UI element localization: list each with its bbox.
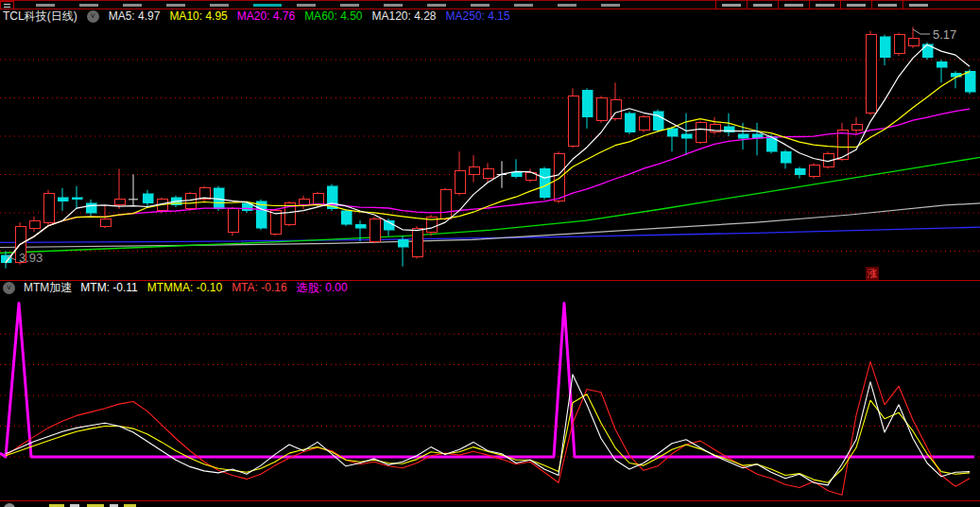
menu-item-cut[interactable]	[166, 4, 185, 7]
candle-up	[596, 98, 607, 121]
candle-up	[43, 194, 54, 222]
menu-item-cut[interactable]	[427, 4, 446, 7]
candle-down	[341, 211, 352, 224]
ma-label: MA60: 4.50	[304, 9, 362, 23]
menu-item-cut[interactable]	[340, 4, 359, 7]
candle-up	[866, 35, 876, 114]
candle-up	[710, 125, 720, 132]
high-pointer	[913, 29, 930, 34]
menu-cell[interactable]	[840, 1, 871, 9]
candle-down	[511, 172, 522, 176]
mtm-value-labels: MTM: -0.11MTMMA: -0.10MTA: -0.16选股: 0.00	[80, 281, 356, 295]
ma-label: MA20: 4.76	[237, 9, 295, 23]
menu-item-cut[interactable]	[79, 4, 98, 7]
candle-down	[625, 114, 635, 132]
chevron-down-icon[interactable]: ˅	[3, 282, 15, 294]
mtm-label: MTM: -0.11	[80, 281, 137, 294]
candle-down	[540, 168, 550, 197]
mtm-indicator-chart[interactable]	[0, 296, 980, 500]
candle-down	[398, 239, 408, 247]
candle-down	[795, 168, 805, 174]
menu-item-cut[interactable]	[253, 4, 282, 7]
mtm-line-mtm	[6, 375, 970, 485]
trading-app-window: TCL科技(日线) ˅ MA5: 4.97MA10: 4.95MA20: 4.7…	[0, 0, 980, 507]
high-price-label: 5.17	[933, 27, 956, 42]
candle-down	[355, 224, 366, 228]
menu-cell[interactable]	[778, 1, 809, 9]
menu-item-cut[interactable]	[601, 4, 620, 7]
mtm-panel-header: ˅ MTM加速 MTM: -0.11MTMMA: -0.10MTA: -0.16…	[0, 281, 980, 295]
ma-label: MA250: 4.15	[446, 9, 510, 23]
low-price-label: 3.93	[19, 251, 43, 265]
bottom-panel-header-cut	[0, 502, 980, 507]
menu-item-cut[interactable]	[36, 4, 55, 7]
candle-down	[965, 71, 975, 92]
mtm-line-mtmma	[6, 394, 970, 483]
menu-item-cut[interactable]	[558, 4, 576, 7]
ma-label: MA10: 4.95	[169, 9, 227, 23]
candle-up	[894, 35, 904, 54]
candle-down	[880, 37, 890, 58]
candle-down	[724, 127, 734, 132]
candle-down	[681, 134, 692, 138]
candle-up	[228, 209, 238, 232]
mtm-line-mta	[6, 361, 970, 495]
candle-down	[582, 90, 593, 116]
candle-down	[72, 198, 82, 200]
candle-up	[483, 168, 493, 178]
ma-label: MA120: 4.28	[372, 9, 437, 23]
candle-up	[610, 100, 621, 119]
candle-down	[766, 136, 777, 151]
candle-up	[851, 125, 862, 131]
candle-up	[696, 123, 706, 142]
candle-up	[370, 219, 380, 241]
main-candlestick-chart[interactable]: 3.935.17	[0, 23, 980, 280]
panel-divider[interactable]	[0, 500, 980, 501]
candle-down	[58, 198, 68, 201]
candle-up	[469, 166, 479, 174]
main-chart-header: TCL科技(日线) ˅ MA5: 4.97MA10: 4.95MA20: 4.7…	[0, 9, 980, 23]
ma-value-labels: MA5: 4.97MA10: 4.95MA20: 4.76MA60: 4.50M…	[109, 9, 520, 23]
chevron-down-icon[interactable]	[4, 503, 15, 507]
candle-down	[667, 129, 678, 136]
menu-item-cut[interactable]	[210, 4, 229, 7]
chevron-down-icon[interactable]: ˅	[87, 10, 99, 23]
candle-up	[554, 153, 564, 201]
candle-up	[270, 211, 281, 234]
candle-up	[455, 170, 465, 193]
ma20-line	[6, 109, 970, 263]
indicator-title: MTM加速	[24, 281, 72, 295]
menu-item-cut[interactable]	[514, 4, 533, 7]
ma250-line	[0, 227, 980, 242]
candle-down	[781, 151, 791, 163]
candle-up	[29, 220, 40, 228]
symbol-title: TCL科技(日线)	[3, 9, 77, 23]
candle-down	[937, 61, 947, 67]
candle-up	[908, 39, 919, 46]
candle-up	[440, 190, 451, 219]
menu-cell[interactable]	[871, 1, 903, 9]
top-menubar	[0, 0, 980, 9]
menu-item-cut[interactable]	[384, 4, 403, 7]
menu-cell[interactable]	[715, 1, 747, 9]
candle-down	[143, 194, 153, 203]
menu-item-cut[interactable]	[471, 4, 490, 7]
menu-item-cut[interactable]	[123, 4, 142, 7]
candle-down	[86, 203, 96, 213]
ma120-line	[0, 203, 980, 248]
mtm-label: MTA: -0.16	[232, 281, 286, 294]
menu-icon[interactable]	[0, 1, 14, 9]
ma-label: MA5: 4.97	[109, 9, 161, 23]
candle-up	[185, 194, 196, 209]
menu-cell[interactable]	[809, 1, 840, 9]
menu-cell[interactable]	[903, 1, 934, 9]
menu-cell[interactable]	[747, 1, 778, 9]
mtm-label: MTMMA: -0.10	[147, 281, 222, 294]
menu-item-cut[interactable]	[297, 4, 316, 7]
candle-up	[100, 219, 111, 226]
candle-up	[809, 165, 819, 176]
candle-up	[412, 228, 422, 256]
rise-badge: 涨	[866, 267, 879, 280]
mtm-label: 选股: 0.00	[297, 281, 348, 294]
candle-up	[639, 117, 649, 131]
